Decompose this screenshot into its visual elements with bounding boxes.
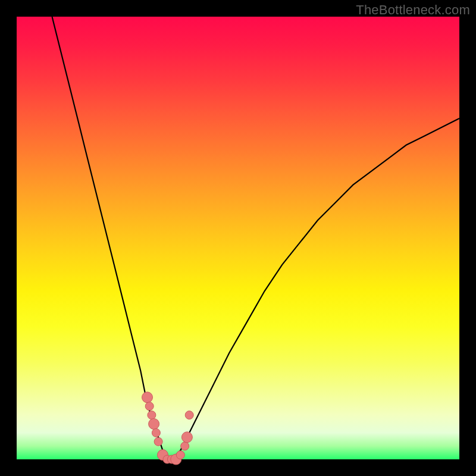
highlight-dot <box>154 437 162 446</box>
highlight-dot <box>148 411 156 419</box>
highlight-dot <box>176 451 184 459</box>
highlight-dots <box>142 392 194 465</box>
highlight-dot <box>185 411 193 419</box>
highlight-dot <box>152 428 160 437</box>
highlight-dot <box>181 442 189 450</box>
curve-layer <box>17 17 459 459</box>
chart-frame: TheBottleneck.com <box>0 0 476 476</box>
highlight-dot <box>149 419 159 430</box>
highlight-dot <box>181 432 192 443</box>
plot-area <box>17 17 459 459</box>
bottleneck-curve <box>52 17 460 459</box>
highlight-dot <box>142 392 153 403</box>
watermark-text: TheBottleneck.com <box>356 2 470 18</box>
highlight-dot <box>145 402 154 411</box>
